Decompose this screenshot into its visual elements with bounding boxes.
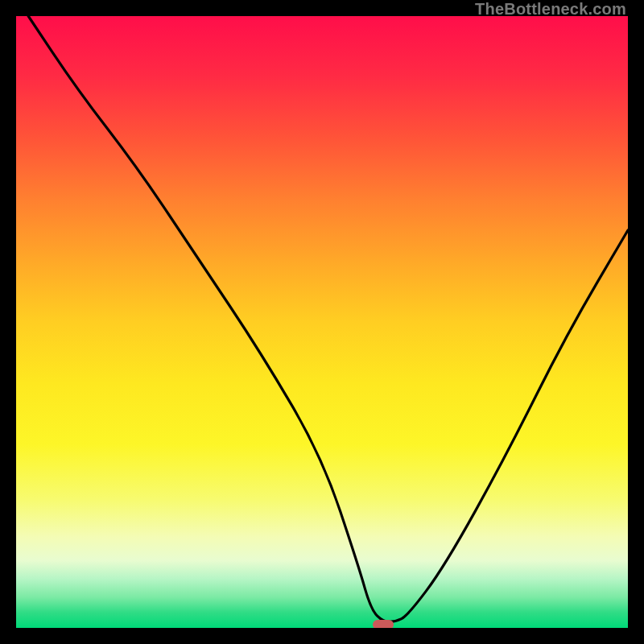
frame-bottom [0, 628, 644, 644]
attribution-text: TheBottleneck.com [475, 0, 626, 19]
frame-left [0, 0, 16, 644]
bottleneck-curve [28, 16, 628, 621]
curve-layer [0, 0, 644, 644]
chart-stage: TheBottleneck.com [0, 0, 644, 644]
frame-right [628, 0, 644, 644]
